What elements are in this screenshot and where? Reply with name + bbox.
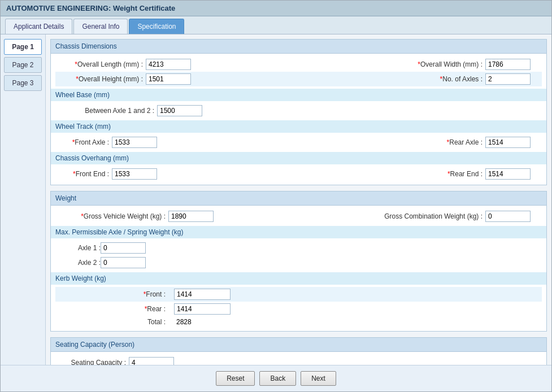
overall-width-input[interactable] <box>485 59 531 70</box>
seating-section-body: Seating Capacity : <box>51 352 546 365</box>
weight-section-header: Weight <box>51 191 546 206</box>
front-axle-label: *Front Axle : <box>55 138 112 146</box>
overall-height-label: *Overall Height (mm) : <box>55 75 146 83</box>
left-nav: Page 1 Page 2 Page 3 <box>1 34 46 365</box>
page3-button[interactable]: Page 3 <box>4 75 42 91</box>
wheel-track-row: *Front Axle : *Rear Axle : <box>55 135 542 150</box>
seating-section: Seating Capacity (Person) Seating Capaci… <box>50 337 547 365</box>
chassis-overhang-row: *Front End : *Rear End : <box>55 167 542 181</box>
rear-axle-group: *Rear Axle : <box>372 137 531 148</box>
tab-general-info[interactable]: General Info <box>73 19 128 34</box>
gross-combination-group: Gross Combination Weight (kg) : <box>372 211 531 222</box>
front-end-input[interactable] <box>112 168 157 180</box>
overall-dimensions-row: *Overall Length (mm) : *Overall Width (m… <box>55 57 542 72</box>
axle1-input[interactable] <box>101 242 146 254</box>
between-axle-input[interactable] <box>157 105 202 116</box>
height-axles-row: *Overall Height (mm) : *No. of Axles : <box>55 72 542 86</box>
chassis-overhang-header: Chassis Overhang (mm) <box>51 152 546 164</box>
front-axle-input[interactable] <box>112 137 157 148</box>
rear-end-label: *Rear End : <box>418 170 485 178</box>
kerb-total-label: Total : <box>55 318 168 326</box>
kerb-rear-input[interactable] <box>174 303 231 315</box>
kerb-total-group: Total : 2828 <box>55 318 542 326</box>
seating-capacity-label: Seating Capacity : <box>55 359 129 365</box>
weight-section: Weight *Gross Vehicle Weight (kg) : <box>50 191 547 332</box>
axle2-input[interactable] <box>101 257 146 268</box>
between-axle-group: Between Axle 1 and 2 : <box>55 105 542 116</box>
kerb-rear-label: *Rear : <box>55 305 168 313</box>
seating-capacity-row: Seating Capacity : <box>55 355 542 365</box>
gross-vehicle-group: *Gross Vehicle Weight (kg) : <box>55 211 214 222</box>
kerb-front-input[interactable] <box>174 289 231 300</box>
kerb-weight-header: Kerb Weight (kg) <box>51 272 546 285</box>
rear-end-group: *Rear End : <box>372 168 531 180</box>
footer: Reset Back Next <box>1 365 551 391</box>
gross-combination-input[interactable] <box>485 211 531 222</box>
rear-axle-input[interactable] <box>485 137 531 148</box>
kerb-rear-group: *Rear : <box>55 303 542 315</box>
axle1-row: Axle 1 : <box>55 241 542 255</box>
title-bar: AUTOMOTIVE ENGINEERING: Weight Certifica… <box>1 1 551 16</box>
kerb-front-label: *Front : <box>55 290 168 298</box>
axle2-group: Axle 2 : <box>55 257 542 268</box>
seating-capacity-group: Seating Capacity : <box>55 357 542 365</box>
overall-height-group: *Overall Height (mm) : <box>55 73 214 85</box>
kerb-front-group: *Front : <box>55 289 542 300</box>
chassis-section-body: *Overall Length (mm) : *Overall Width (m… <box>51 54 546 185</box>
tab-specification[interactable]: Specification <box>129 19 184 34</box>
tab-applicant-details[interactable]: Applicant Details <box>5 19 72 34</box>
overall-length-label: *Overall Length (mm) : <box>55 60 146 68</box>
page2-button[interactable]: Page 2 <box>4 57 42 73</box>
kerb-front-row: *Front : <box>55 287 542 302</box>
weight-section-body: *Gross Vehicle Weight (kg) : Gross Combi… <box>51 206 546 331</box>
wheel-base-header: Wheel Base (mm) <box>51 89 546 101</box>
no-of-axles-group: *No. of Axles : <box>372 73 531 85</box>
gross-combination-label: Gross Combination Weight (kg) : <box>372 212 485 220</box>
overall-height-input[interactable] <box>146 73 191 85</box>
reset-button[interactable]: Reset <box>216 371 255 386</box>
overall-width-label: *Overall Width (mm) : <box>389 60 485 68</box>
rear-axle-label: *Rear Axle : <box>418 138 485 146</box>
seating-section-header: Seating Capacity (Person) <box>51 338 546 352</box>
back-button[interactable]: Back <box>259 371 296 386</box>
content-area: Page 1 Page 2 Page 3 Chassis Dimensions … <box>1 34 551 365</box>
chassis-section: Chassis Dimensions *Overall Length (mm) … <box>50 39 547 185</box>
tab-bar: Applicant Details General Info Specifica… <box>1 16 551 34</box>
wheel-track-header: Wheel Track (mm) <box>51 120 546 133</box>
seating-capacity-input[interactable] <box>129 357 174 365</box>
overall-length-input[interactable] <box>146 59 191 70</box>
axle1-group: Axle 1 : <box>55 242 542 254</box>
between-axle-label: Between Axle 1 and 2 : <box>55 107 157 115</box>
axle2-label: Axle 2 : <box>55 259 101 267</box>
axle1-label: Axle 1 : <box>55 244 101 252</box>
axle2-row: Axle 2 : <box>55 255 542 270</box>
kerb-rear-row: *Rear : <box>55 302 542 316</box>
kerb-total-row: Total : 2828 <box>55 316 542 328</box>
kerb-total-value: 2828 <box>168 318 192 326</box>
overall-width-group: *Overall Width (mm) : <box>372 59 531 70</box>
page1-button[interactable]: Page 1 <box>4 39 42 55</box>
window-title: AUTOMOTIVE ENGINEERING: Weight Certifica… <box>6 4 175 12</box>
overall-length-group: *Overall Length (mm) : <box>55 59 214 70</box>
main-window: AUTOMOTIVE ENGINEERING: Weight Certifica… <box>0 0 552 392</box>
chassis-section-header: Chassis Dimensions <box>51 40 546 54</box>
front-axle-group: *Front Axle : <box>55 137 214 148</box>
max-permissible-header: Max. Permissible Axle / Spring Weight (k… <box>51 226 546 238</box>
front-end-group: *Front End : <box>55 168 214 180</box>
gross-vehicle-label: *Gross Vehicle Weight (kg) : <box>55 212 168 220</box>
main-content: Chassis Dimensions *Overall Length (mm) … <box>46 34 551 365</box>
front-end-label: *Front End : <box>55 170 112 178</box>
rear-end-input[interactable] <box>485 168 531 180</box>
between-axle-row: Between Axle 1 and 2 : <box>55 103 542 118</box>
no-of-axles-input[interactable] <box>485 73 531 85</box>
no-of-axles-label: *No. of Axles : <box>389 75 485 83</box>
gross-weight-row: *Gross Vehicle Weight (kg) : Gross Combi… <box>55 209 542 224</box>
gross-vehicle-input[interactable] <box>168 211 214 222</box>
next-button[interactable]: Next <box>301 371 336 386</box>
